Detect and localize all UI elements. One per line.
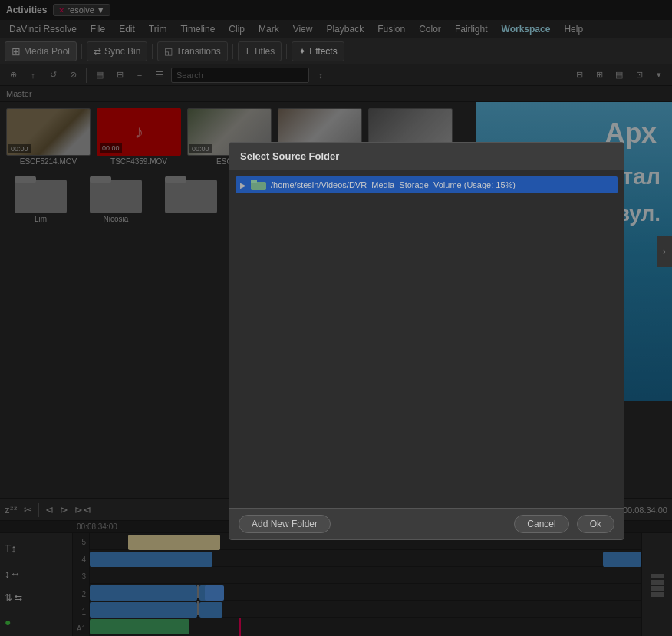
dialog-content: ▶ /home/stesin/Videos/DVR_Media_Storage_… xyxy=(229,170,624,508)
ok-btn[interactable]: Ok xyxy=(577,515,614,533)
select-source-folder-dialog: Select Source Folder ▶ /home/stesin/Vide… xyxy=(229,142,624,540)
tree-folder-icon xyxy=(251,180,266,190)
dialog-footer: Add New Folder Cancel Ok xyxy=(229,508,624,539)
dialog-overlay: Select Source Folder ▶ /home/stesin/Vide… xyxy=(0,0,672,636)
cancel-btn[interactable]: Cancel xyxy=(514,515,568,533)
dialog-title: Select Source Folder xyxy=(229,143,624,170)
tree-expand-arrow[interactable]: ▶ xyxy=(240,181,246,189)
folder-path-label: /home/stesin/Videos/DVR_Media_Storage_Vo… xyxy=(271,180,516,189)
folder-tree-item-root[interactable]: ▶ /home/stesin/Videos/DVR_Media_Storage_… xyxy=(236,176,618,193)
add-new-folder-btn[interactable]: Add New Folder xyxy=(239,515,331,533)
svg-rect-11 xyxy=(251,180,257,183)
